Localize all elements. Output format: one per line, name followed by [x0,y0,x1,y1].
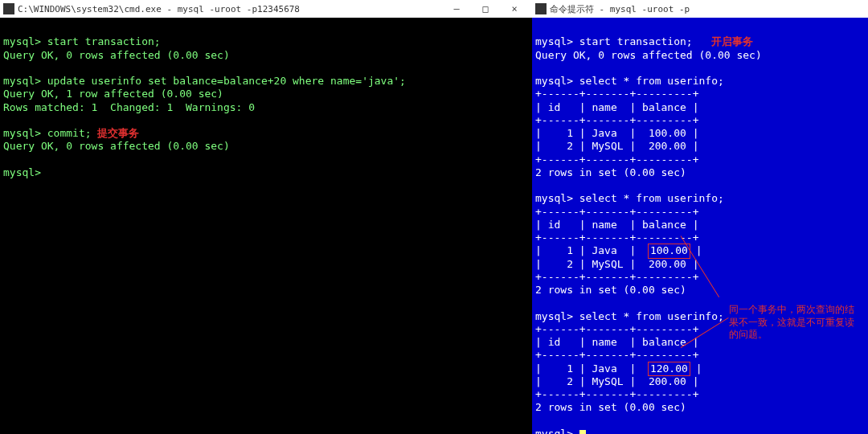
right-titlebar[interactable]: 命令提示符 - mysql -uroot -p [532,0,868,18]
cmd-text: commit; [41,127,97,139]
balance-value-highlight-2: 120.00 [649,362,690,375]
cmd-text: select * from userinfo; [573,310,724,322]
table-border: +------+-------+---------+ [535,154,699,166]
right-terminal-window: 命令提示符 - mysql -uroot -p mysql> start tra… [532,0,868,434]
output-line: 2 rows in set (0.00 sec) [535,284,686,296]
left-window-title: C:\WINDOWS\system32\cmd.exe - mysql -uro… [18,4,442,14]
prompt: mysql> [3,75,41,87]
output-line: Query OK, 1 row affected (0.00 sec) [3,88,223,100]
cmd-icon [535,3,547,14]
annotation-start: 开启事务 [711,35,753,47]
table-row: | 2 | MySQL | 200.00 | [535,140,699,152]
balance-value-highlight-1: 100.00 [649,244,690,257]
annotation-side-note: 同一个事务中，两次查询的结果不一致，这就是不可重复读的问题。 [729,304,858,342]
prompt: mysql> [535,75,573,87]
maximize-button[interactable]: □ [471,3,500,14]
left-titlebar[interactable]: C:\WINDOWS\system32\cmd.exe - mysql -uro… [0,0,532,18]
balance-value: 100.00 [649,127,686,139]
cursor [579,430,586,434]
table-header: | id | name | balance | [535,219,699,231]
right-window-title: 命令提示符 - mysql -uroot -p [550,3,865,15]
output-line: Query OK, 0 rows affected (0.00 sec) [3,140,230,152]
cmd-text: select * from userinfo; [573,192,724,204]
table-border: +------+-------+---------+ [535,271,699,283]
output-line: Rows matched: 1 Changed: 1 Warnings: 0 [3,101,255,113]
prompt: mysql> [3,127,41,139]
table-header: | id | name | balance | [535,101,699,113]
prompt: mysql> [535,428,573,434]
cmd-icon [3,3,14,14]
cmd-text: start transaction; [573,35,693,47]
cmd-text: select * from userinfo; [573,75,724,87]
left-terminal-output[interactable]: mysql> start transaction; Query OK, 0 ro… [0,18,532,197]
table-row: | 2 | MySQL | 200.00 | [535,375,699,387]
prompt: mysql> [535,310,573,322]
table-border: +------+-------+---------+ [535,231,699,244]
table-row: | 1 | Java | [535,127,649,139]
table-border: +------+-------+---------+ [535,323,699,335]
table-row: | 1 | Java | [535,244,649,256]
table-header: | id | name | balance | [535,336,699,348]
table-border: +------+-------+---------+ [535,349,699,361]
table-border: +------+-------+---------+ [535,388,699,400]
prompt: mysql> [3,35,41,47]
close-button[interactable]: × [500,3,529,14]
table-row: | 2 | MySQL | 200.00 | [535,258,699,270]
table-row: | 1 | Java | [535,362,649,375]
table-border: +------+-------+---------+ [535,206,699,218]
output-line: Query OK, 0 rows affected (0.00 sec) [535,49,762,61]
prompt: mysql> [535,192,573,204]
cmd-text: update userinfo set balance=balance+20 w… [41,75,406,87]
right-terminal-output[interactable]: mysql> start transaction; 开启事务 Query OK,… [532,18,868,434]
left-terminal-window: C:\WINDOWS\system32\cmd.exe - mysql -uro… [0,0,532,434]
prompt: mysql> [3,166,41,178]
table-border: +------+-------+---------+ [535,88,699,100]
prompt: mysql> [535,35,573,47]
minimize-button[interactable]: — [442,3,471,14]
output-line: 2 rows in set (0.00 sec) [535,166,686,178]
output-line: 2 rows in set (0.00 sec) [535,401,686,413]
annotation-commit: 提交事务 [97,127,139,139]
output-line: Query OK, 0 rows affected (0.00 sec) [3,49,230,61]
cmd-text: start transaction; [41,35,161,47]
table-border: +------+-------+---------+ [535,114,699,126]
